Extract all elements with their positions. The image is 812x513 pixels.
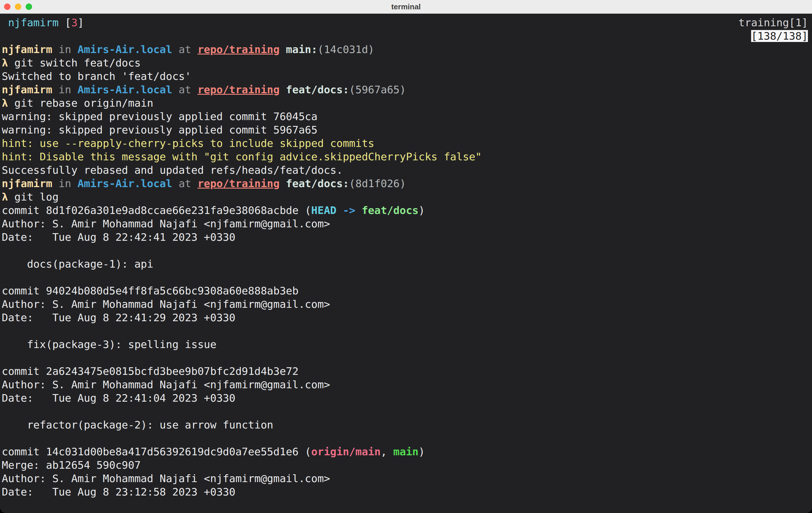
commit-message-line: refactor(package-2): use arrow function: [2, 418, 808, 432]
line-left: njfamirm in Amirs-Air.local at repo/trai…: [2, 83, 406, 96]
text-segment: Author: S. Amir Mohammad Najafi <njfamir…: [2, 473, 330, 484]
line-right: training[1]: [738, 16, 808, 29]
command-line: λ git switch feat/docs: [2, 56, 808, 70]
line-left: commit 2a6243475e0815bcfd3bee9b07bfc2d91…: [2, 365, 299, 378]
prompt-user: njfamirm: [2, 177, 52, 190]
text-segment: warning: skipped previously applied comm…: [2, 111, 318, 122]
text-segment: refactor(package-2): use arrow function: [2, 419, 273, 431]
line-left: fix(package-3): spelling issue: [2, 338, 216, 351]
minimize-button[interactable]: [15, 3, 21, 10]
scroll-position-counter: [138/138]: [751, 30, 808, 42]
output-line: Switched to branch 'feat/docs': [2, 70, 808, 83]
commit-header-line: commit 14c031d00be8a417d56392619dc9d0a7e…: [2, 445, 808, 458]
prompt-line: njfamirm in Amirs-Air.local at repo/trai…: [2, 177, 808, 190]
pane-counter-line: [138/138]: [2, 29, 808, 43]
prompt-path: repo/training: [198, 84, 280, 95]
line-left: Merge: ab12654 590c907: [2, 458, 141, 472]
text-segment: [: [65, 17, 71, 29]
text-segment: ]: [78, 17, 84, 29]
author-line: Author: S. Amir Mohammad Najafi <njfamir…: [2, 472, 808, 485]
text-segment: docs(package-1): api: [2, 258, 153, 270]
line-left: warning: skipped previously applied comm…: [2, 110, 318, 123]
date-line: Date: Tue Aug 8 22:41:29 2023 +0330: [2, 311, 808, 324]
prompt-symbol: λ: [2, 57, 8, 69]
prompt-commit: (5967a65): [349, 84, 406, 95]
output-line: warning: skipped previously applied comm…: [2, 123, 808, 137]
text-segment: ): [419, 446, 425, 458]
text-segment: Date: Tue Aug 8 22:41:29 2023 +0330: [2, 312, 235, 323]
command-line: λ git log: [2, 190, 808, 204]
prompt-branch: feat/docs:: [280, 84, 349, 95]
line-left: Author: S. Amir Mohammad Najafi <njfamir…: [2, 472, 330, 485]
blank-line: [2, 405, 808, 418]
text-segment: commit 14c031d00be8a417d56392619dc9d0a7e…: [2, 446, 311, 458]
text-segment: Author: S. Amir Mohammad Najafi <njfamir…: [2, 379, 330, 391]
text-segment: at: [172, 84, 198, 95]
text-segment: ): [419, 204, 425, 216]
prompt-symbol: λ: [2, 97, 8, 109]
line-left: Switched to branch 'feat/docs': [2, 70, 191, 83]
commit-header-line: commit 8d1f026a301e9ad8ccae66e231fa9e380…: [2, 204, 808, 217]
blank-line: [2, 432, 808, 445]
text-segment: commit 8d1f026a301e9ad8ccae66e231fa9e380…: [2, 204, 311, 216]
blank-line: [2, 324, 808, 338]
text-segment: Successfully rebased and updated refs/he…: [2, 164, 343, 176]
line-left: warning: skipped previously applied comm…: [2, 123, 318, 137]
line-left: λ git log: [2, 190, 59, 204]
line-left: docs(package-1): api: [2, 257, 153, 271]
line-right: [138/138]: [751, 29, 808, 43]
line-left: njfamirm in Amirs-Air.local at repo/trai…: [2, 43, 374, 56]
text-segment: Author: S. Amir Mohammad Najafi <njfamir…: [2, 298, 330, 310]
terminal-screen[interactable]: njfamirm [3]training[1][138/138]njfamirm…: [0, 14, 812, 513]
text-segment: Date: Tue Aug 8 23:12:58 2023 +0330: [2, 486, 235, 498]
prompt-user: njfamirm: [2, 44, 52, 55]
text-segment: git rebase origin/main: [8, 97, 153, 109]
zoom-button[interactable]: [26, 3, 32, 10]
ref-branch: feat/docs: [361, 204, 418, 216]
line-left: hint: Disable this message with "git con…: [2, 150, 482, 164]
close-button[interactable]: [4, 3, 10, 10]
line-left: commit 8d1f026a301e9ad8ccae66e231fa9e380…: [2, 204, 425, 217]
blank-line: [2, 271, 808, 284]
text-segment: ,: [380, 446, 393, 458]
line-left: njfamirm [3]: [2, 16, 84, 29]
line-left: Author: S. Amir Mohammad Najafi <njfamir…: [2, 217, 330, 231]
commit-header-line: commit 94024b080d5e4ff8fa5c66bc9308a60e8…: [2, 284, 808, 297]
prompt-commit: (8d1f026): [349, 177, 406, 190]
session-name: training[1]: [738, 17, 808, 29]
ref-branch: main: [393, 446, 419, 458]
text-segment: git switch feat/docs: [8, 57, 141, 69]
text-segment: Date: Tue Aug 8 22:41:04 2023 +0330: [2, 392, 235, 404]
text-segment: hint: use --reapply-cherry-picks to incl…: [2, 137, 374, 149]
text-segment: at: [172, 44, 198, 55]
ref-remote-branch: origin/main: [311, 446, 380, 458]
text-segment: in: [52, 84, 78, 95]
text-segment: in: [52, 177, 78, 190]
ref-arrow: ->: [337, 204, 362, 216]
output-line: Successfully rebased and updated refs/he…: [2, 164, 808, 177]
text-segment: Merge: ab12654 590c907: [2, 459, 141, 471]
ref-head: HEAD: [311, 204, 337, 216]
titlebar: terminal: [0, 0, 812, 14]
text-segment: fix(package-3): spelling issue: [2, 338, 216, 350]
line-left: λ git switch feat/docs: [2, 56, 141, 70]
commit-message-line: docs(package-1): api: [2, 257, 808, 271]
prompt-host: Amirs-Air.local: [78, 177, 172, 190]
prompt-path: repo/training: [198, 44, 280, 55]
text-segment: in: [52, 44, 78, 55]
command-line: λ git rebase origin/main: [2, 96, 808, 110]
tab-title: njfamirm: [2, 17, 65, 29]
line-left: λ git rebase origin/main: [2, 96, 153, 110]
line-left: hint: use --reapply-cherry-picks to incl…: [2, 137, 374, 150]
prompt-host: Amirs-Air.local: [78, 84, 172, 95]
date-line: Date: Tue Aug 8 22:42:41 2023 +0330: [2, 231, 808, 244]
output-line: warning: skipped previously applied comm…: [2, 110, 808, 123]
text-segment: Switched to branch 'feat/docs': [2, 70, 191, 82]
prompt-line: njfamirm in Amirs-Air.local at repo/trai…: [2, 43, 808, 56]
merge-line: Merge: ab12654 590c907: [2, 458, 808, 472]
line-left: Date: Tue Aug 8 22:42:41 2023 +0330: [2, 231, 235, 244]
blank-line: [2, 351, 808, 365]
text-segment: at: [172, 177, 198, 190]
prompt-branch: feat/docs:: [280, 177, 349, 190]
line-left: Author: S. Amir Mohammad Najafi <njfamir…: [2, 297, 330, 311]
